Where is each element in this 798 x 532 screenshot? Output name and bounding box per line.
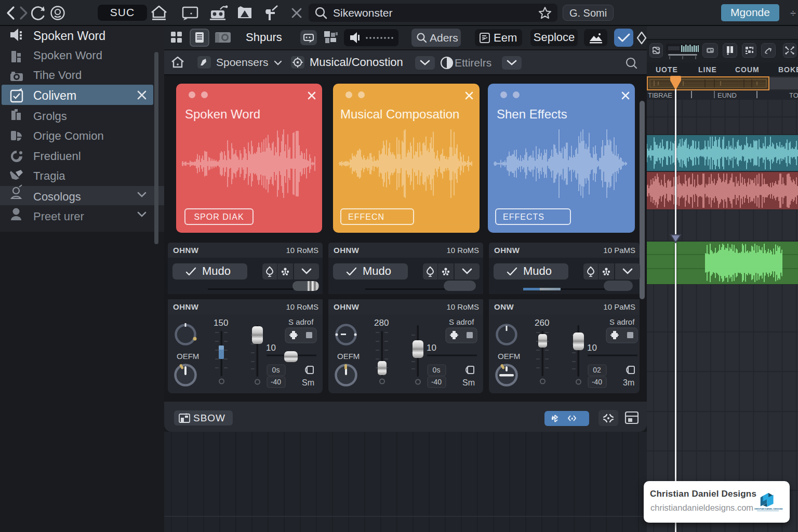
svg-text:150: 150 [214, 318, 228, 328]
svg-text:3m: 3m [623, 378, 634, 387]
svg-text:Sm: Sm [302, 378, 314, 387]
svg-text:10: 10 [266, 343, 276, 353]
svg-text:02: 02 [593, 366, 601, 374]
svg-text:S adrof: S adrof [288, 317, 314, 326]
svg-text:-40: -40 [592, 378, 602, 386]
svg-text:S adrof: S adrof [609, 317, 635, 326]
svg-text:-40: -40 [271, 378, 281, 386]
svg-text:260: 260 [535, 318, 549, 328]
svg-text:OEFM: OEFM [337, 352, 360, 361]
svg-text:OEFM: OEFM [498, 352, 520, 361]
svg-text:CHRISTIAN DANIEL DESIGNS: CHRISTIAN DANIEL DESIGNS [754, 508, 783, 510]
svg-text:-40: -40 [431, 378, 442, 386]
svg-text:S adrof: S adrof [449, 317, 474, 326]
svg-text:10: 10 [427, 343, 436, 353]
svg-text:0s: 0s [433, 366, 441, 374]
svg-text:Sm: Sm [462, 378, 475, 387]
svg-text:280: 280 [374, 318, 389, 328]
svg-text:0s: 0s [272, 366, 280, 374]
svg-text:10: 10 [587, 343, 597, 353]
svg-text:OEFM: OEFM [177, 352, 199, 361]
